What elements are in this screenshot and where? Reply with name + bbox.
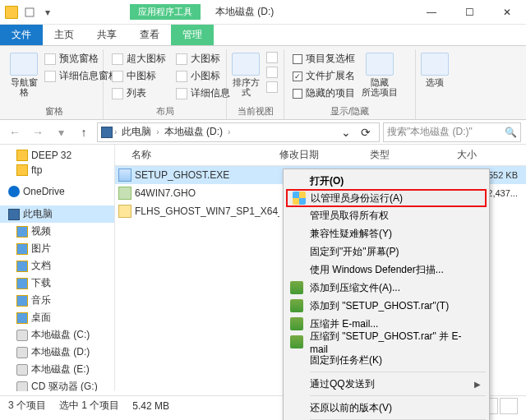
tree-documents[interactable]: 文档 <box>0 257 114 275</box>
ctx-defender-scan[interactable]: 使用 Windows Defender扫描... <box>285 261 487 279</box>
rar-icon <box>290 281 303 294</box>
ctx-pin-taskbar[interactable]: 固定到任务栏(K) <box>285 351 487 369</box>
ctx-add-archive-named[interactable]: 添加到 "SETUP_GHOST.rar"(T) <box>285 297 487 315</box>
qat-dropdown[interactable]: ▾ <box>39 4 56 21</box>
ctx-run-as-admin[interactable]: 以管理员身份运行(A) <box>286 189 487 207</box>
view-s-icons[interactable]: 小图标 <box>173 68 233 84</box>
tree-cd[interactable]: CD 驱动器 (G:) <box>0 378 114 391</box>
tree-drive-e[interactable]: 本地磁盘 (E:) <box>0 361 114 378</box>
view-details[interactable]: 详细信息 <box>173 85 233 101</box>
checkbox-hidden-items[interactable]: 隐藏的项目 <box>289 85 358 101</box>
refresh-button[interactable]: ⟳ <box>356 122 376 142</box>
tree-drive-c[interactable]: 本地磁盘 (C:) <box>0 326 114 344</box>
ctx-compat-troubleshoot[interactable]: 兼容性疑难解答(Y) <box>285 224 487 242</box>
exe-icon <box>118 168 132 182</box>
thispc-icon <box>101 127 113 138</box>
col-size[interactable]: 大小 <box>427 148 477 162</box>
nav-back-button[interactable]: ← <box>5 122 25 142</box>
tree-video[interactable]: 视频 <box>0 223 114 240</box>
ctx-pin-start[interactable]: 固定到"开始"屏幕(P) <box>285 242 487 261</box>
breadcrumb-dropdown[interactable]: ⌄ <box>336 122 356 142</box>
svg-rect-0 <box>25 8 34 16</box>
sort-icon <box>232 53 260 76</box>
hide-selected-button[interactable]: 隐藏 所选项目 <box>362 49 398 97</box>
ctx-zip-email-named[interactable]: 压缩到 "SETUP_GHOST.rar" 并 E-mail <box>285 333 487 351</box>
status-size: 5.42 MB <box>132 400 169 412</box>
tree-onedrive[interactable]: OneDrive <box>0 184 114 199</box>
view-m-icons[interactable]: 中图标 <box>108 68 169 84</box>
ctx-qq-send[interactable]: 通过QQ发送到▶ <box>285 375 487 393</box>
nav-forward-button[interactable]: → <box>28 122 48 142</box>
gho-icon <box>118 187 132 200</box>
view-l-icons[interactable]: 大图标 <box>173 51 233 67</box>
col-type[interactable]: 类型 <box>370 148 427 162</box>
tab-manage[interactable]: 管理 <box>171 25 214 45</box>
close-button[interactable]: ✕ <box>488 0 526 25</box>
tree-drive-d[interactable]: 本地磁盘 (D:) <box>0 344 114 361</box>
gho-icon <box>118 205 132 218</box>
view-toggle-icons[interactable] <box>500 398 518 414</box>
status-count: 3 个项目 <box>8 399 46 413</box>
context-tab-label: 应用程序工具 <box>130 4 201 20</box>
checkbox-item-boxes[interactable]: 项目复选框 <box>289 51 358 67</box>
nav-up-button[interactable]: ↑ <box>74 122 94 142</box>
col-date[interactable]: 修改日期 <box>279 148 370 162</box>
rar-icon <box>290 317 303 330</box>
drive-icon <box>5 6 18 19</box>
col-name[interactable]: 名称 <box>115 148 279 162</box>
ctx-take-ownership[interactable]: 管理员取得所有权 <box>285 206 487 224</box>
nav-pane-button[interactable]: 导航窗格 <box>10 49 38 97</box>
nav-recent-button[interactable]: ▾ <box>51 122 71 142</box>
sort-button[interactable]: 排序方式 <box>232 49 260 97</box>
hide-icon <box>366 53 394 76</box>
search-input[interactable]: 搜索"本地磁盘 (D:)" 🔍 <box>383 122 521 142</box>
rar-icon <box>290 299 303 312</box>
breadcrumb[interactable]: › 此电脑 › 本地磁盘 (D:) › ⌄ ⟳ <box>97 122 380 142</box>
tree-downloads[interactable]: 下载 <box>0 275 114 292</box>
tree-ftp[interactable]: ftp <box>0 163 114 178</box>
checkbox-file-ext[interactable]: ✓文件扩展名 <box>289 68 358 84</box>
rar-icon <box>290 335 303 348</box>
tree-music[interactable]: 音乐 <box>0 292 114 309</box>
ctx-restore-previous[interactable]: 还原以前的版本(V) <box>285 399 487 417</box>
tree-deep32[interactable]: DEEP 32 <box>0 148 114 163</box>
context-menu: 打开(O) 以管理员身份运行(A) 管理员取得所有权 兼容性疑难解答(Y) 固定… <box>283 168 490 420</box>
view-xl-icons[interactable]: 超大图标 <box>108 51 169 67</box>
options-button[interactable]: 选项 <box>421 49 449 87</box>
crumb-drive[interactable]: 本地磁盘 (D:) <box>161 125 226 139</box>
nav-tree[interactable]: DEEP 32 ftp OneDrive 此电脑 视频 图片 文档 下载 音乐 … <box>0 145 115 391</box>
shield-icon <box>293 192 306 205</box>
tab-view[interactable]: 查看 <box>128 25 171 45</box>
nav-pane-icon <box>10 53 38 76</box>
options-icon <box>421 53 449 76</box>
crumb-thispc[interactable]: 此电脑 <box>118 125 155 139</box>
window-title: 本地磁盘 (D:) <box>215 5 274 19</box>
tab-share[interactable]: 共享 <box>85 25 128 45</box>
search-icon: 🔍 <box>505 127 517 138</box>
tree-thispc[interactable]: 此电脑 <box>0 205 114 223</box>
status-selection: 选中 1 个项目 <box>59 399 119 413</box>
maximize-button[interactable]: ☐ <box>450 0 488 25</box>
tree-pictures[interactable]: 图片 <box>0 240 114 257</box>
tree-desktop[interactable]: 桌面 <box>0 309 114 326</box>
ctx-open[interactable]: 打开(O) <box>285 172 487 190</box>
tab-home[interactable]: 主页 <box>43 25 85 45</box>
minimize-button[interactable]: — <box>413 0 450 25</box>
ctx-add-archive[interactable]: 添加到压缩文件(A)... <box>285 279 487 297</box>
tab-file[interactable]: 文件 <box>0 25 43 45</box>
qat-props[interactable] <box>21 4 38 21</box>
view-list[interactable]: 列表 <box>108 85 169 101</box>
